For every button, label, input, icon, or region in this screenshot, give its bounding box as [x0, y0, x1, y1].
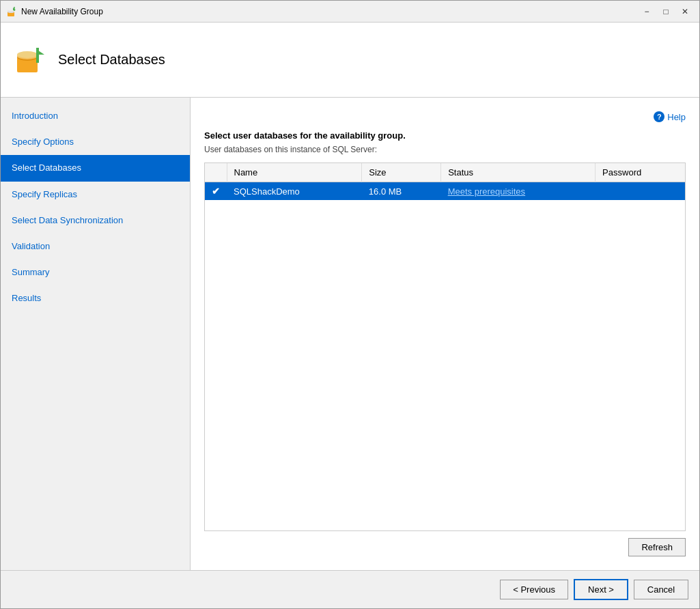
sidebar-item-specify-replicas[interactable]: Specify Replicas: [1, 182, 190, 208]
main-panel: ? Help Select user databases for the ava…: [191, 98, 699, 570]
previous-button[interactable]: < Previous: [500, 580, 568, 599]
sidebar-item-introduction[interactable]: Introduction: [1, 103, 190, 129]
database-table-container: Name Size Status Password ✔ SQLShackDemo: [204, 162, 686, 531]
section-title: Select user databases for the availabili…: [204, 130, 686, 141]
row-db-size: 16.0 MB: [362, 182, 441, 201]
col-header-status: Status: [441, 163, 596, 182]
main-window: New Availability Group − □ ✕ Select Data…: [0, 0, 700, 609]
table-header-row: Name Size Status Password: [205, 163, 685, 182]
sidebar-item-select-data-sync[interactable]: Select Data Synchronization: [1, 208, 190, 233]
title-bar: New Availability Group − □ ✕: [1, 1, 699, 23]
row-db-name: SQLShackDemo: [227, 182, 362, 201]
help-label: Help: [667, 112, 686, 122]
checkmark-icon: ✔: [212, 186, 220, 197]
status-link[interactable]: Meets prerequisites: [448, 186, 525, 197]
help-row: ? Help: [204, 111, 686, 122]
sidebar-item-results[interactable]: Results: [1, 285, 190, 311]
row-checkbox[interactable]: ✔: [205, 182, 227, 201]
sidebar-item-specify-options[interactable]: Specify Options: [1, 129, 190, 155]
svg-rect-9: [36, 48, 39, 63]
header: Select Databases: [1, 23, 699, 98]
page-title: Select Databases: [58, 52, 165, 68]
col-header-password: Password: [596, 163, 685, 182]
refresh-button[interactable]: Refresh: [628, 538, 686, 556]
database-table: Name Size Status Password ✔ SQLShackDemo: [205, 163, 685, 200]
sidebar-item-summary[interactable]: Summary: [1, 259, 190, 285]
cancel-button[interactable]: Cancel: [634, 580, 688, 599]
close-button[interactable]: ✕: [676, 5, 694, 18]
svg-point-7: [17, 51, 38, 58]
help-icon: ?: [654, 111, 664, 122]
content-area: Introduction Specify Options Select Data…: [1, 98, 699, 570]
header-icon: [14, 44, 47, 76]
window-controls: − □ ✕: [638, 5, 694, 18]
sidebar-item-validation[interactable]: Validation: [1, 233, 190, 259]
footer: < Previous Next > Cancel: [1, 570, 699, 608]
help-link[interactable]: ? Help: [654, 111, 686, 122]
sidebar: Introduction Specify Options Select Data…: [1, 98, 191, 570]
col-header-name: Name: [227, 163, 362, 182]
table-row[interactable]: ✔ SQLShackDemo 16.0 MB Meets prerequisit…: [205, 182, 685, 201]
window-title: New Availability Group: [21, 7, 638, 16]
col-header-size: Size: [362, 163, 441, 182]
refresh-row: Refresh: [204, 531, 686, 556]
row-db-status: Meets prerequisites: [441, 182, 596, 201]
sidebar-item-select-databases[interactable]: Select Databases: [1, 155, 190, 181]
section-subtitle: User databases on this instance of SQL S…: [204, 145, 686, 154]
row-db-password: [596, 182, 685, 201]
col-header-checkbox: [205, 163, 227, 182]
app-icon: [6, 6, 17, 17]
minimize-button[interactable]: −: [638, 5, 656, 18]
maximize-button[interactable]: □: [657, 5, 675, 18]
next-button[interactable]: Next >: [574, 579, 628, 600]
